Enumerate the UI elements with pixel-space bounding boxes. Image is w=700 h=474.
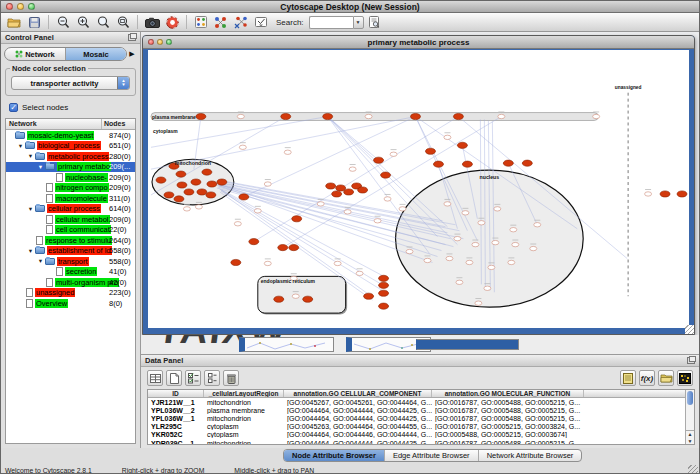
gene-node[interactable] xyxy=(444,202,451,206)
expand-arrow-icon[interactable]: ▼ xyxy=(26,206,35,212)
zoom-out-icon[interactable] xyxy=(54,14,72,30)
gene-node-selected-function[interactable] xyxy=(462,161,472,167)
table-row[interactable]: YPL036W__1mitochondrion[GO:0044464, GO:0… xyxy=(148,414,694,422)
gene-node[interactable] xyxy=(284,150,291,154)
select-attributes-icon[interactable] xyxy=(185,370,201,386)
gene-node[interactable] xyxy=(488,265,495,269)
gene-node-selected-function[interactable] xyxy=(379,282,389,288)
gene-node-selected-function[interactable] xyxy=(239,194,249,200)
expand-arrow-icon[interactable]: ▼ xyxy=(26,153,35,159)
import-attributes-icon[interactable] xyxy=(658,370,674,386)
gene-node-selected-function[interactable] xyxy=(196,113,206,119)
table-row[interactable]: YKR052Ccytoplasm[GO:0044464, GO:0044446,… xyxy=(148,431,694,439)
window-resize-grip[interactable] xyxy=(688,465,698,474)
tree-row[interactable]: nucleobase-209(0) xyxy=(6,172,135,183)
gene-node-selected-function[interactable] xyxy=(323,113,333,119)
gene-node[interactable] xyxy=(254,209,261,213)
gene-node[interactable] xyxy=(475,301,482,305)
table-column-header[interactable]: ID xyxy=(148,390,204,397)
gene-node[interactable] xyxy=(462,211,469,215)
attribute-matrix-icon[interactable] xyxy=(677,370,693,386)
tree-row[interactable]: response to stimulu264(0) xyxy=(6,235,135,246)
expand-arrow-icon[interactable]: ▼ xyxy=(36,164,45,170)
gene-node-selected-function[interactable] xyxy=(332,191,342,197)
table-column-header[interactable]: _cellularLayoutRegion xyxy=(204,390,284,397)
gene-node-selected-function[interactable] xyxy=(281,113,291,119)
zoom-selected-region-icon[interactable] xyxy=(94,14,112,30)
gene-node[interactable] xyxy=(334,261,341,265)
gene-node[interactable] xyxy=(374,219,381,223)
gene-node[interactable] xyxy=(399,207,406,211)
gene-node-selected-function[interactable] xyxy=(660,191,670,197)
gene-node[interactable] xyxy=(344,210,351,214)
gene-node-selected-function[interactable] xyxy=(503,160,513,166)
gene-node-selected-function[interactable] xyxy=(379,303,389,309)
gene-node[interactable] xyxy=(494,207,501,211)
tree-row[interactable]: cell communicat22(0) xyxy=(6,225,135,236)
network-view-titlebar[interactable]: primary metabolic process xyxy=(143,36,694,49)
select-nodes-checkbox[interactable]: ✓ xyxy=(9,103,18,112)
attribute-table-icon[interactable] xyxy=(147,370,163,386)
gene-node-selected-function[interactable] xyxy=(191,179,201,185)
gene-node-selected-function[interactable] xyxy=(303,296,313,302)
gene-node[interactable] xyxy=(484,286,491,290)
gene-node[interactable] xyxy=(349,167,356,171)
gene-node-selected-function[interactable] xyxy=(379,275,389,281)
advanced-search-icon[interactable] xyxy=(366,14,384,30)
tab-mosaic[interactable]: Mosaic xyxy=(66,48,126,60)
gene-node[interactable] xyxy=(466,260,473,264)
network-canvas[interactable]: plasma membranecytoplasmmitochondrionnuc… xyxy=(148,50,689,328)
gene-node-selected-function[interactable] xyxy=(207,181,217,187)
table-row[interactable]: YDR039C__1mitochondrion[GO:0044464, GO:0… xyxy=(148,439,694,445)
gene-node-selected-function[interactable] xyxy=(344,189,354,195)
gene-node-selected-function[interactable] xyxy=(381,172,391,178)
gene-node-selected-function[interactable] xyxy=(364,293,374,299)
open-session-icon[interactable] xyxy=(5,14,23,30)
tree-row[interactable]: ▼metabolic process280(0) xyxy=(6,151,135,162)
gene-node[interactable] xyxy=(384,197,391,201)
gene-node-selected-function[interactable] xyxy=(184,189,194,195)
expand-arrow-icon[interactable]: ▼ xyxy=(26,248,35,254)
minimized-network-window[interactable] xyxy=(416,339,519,350)
gene-node[interactable] xyxy=(510,228,517,232)
tree-column-nodes[interactable]: Nodes xyxy=(102,119,135,129)
tree-row[interactable]: secretion41(0) xyxy=(6,267,135,278)
gene-node[interactable] xyxy=(512,242,519,246)
gene-node-selected-function[interactable] xyxy=(292,216,302,222)
zoom-in-icon[interactable] xyxy=(74,14,92,30)
gene-node-selected-function[interactable] xyxy=(177,182,187,188)
table-row[interactable]: YLR295Ccytoplasm[GO:0045263, GO:0044464,… xyxy=(148,423,694,431)
float-panel-icon[interactable] xyxy=(128,34,136,41)
float-panel-icon[interactable] xyxy=(687,357,695,364)
gene-node[interactable] xyxy=(239,145,246,149)
table-column-header[interactable]: annotation.GO MOLECULAR_FUNCTION xyxy=(432,390,584,397)
tab-network[interactable]: Network xyxy=(5,48,66,60)
save-session-icon[interactable] xyxy=(25,14,43,30)
gene-node-selected-function[interactable] xyxy=(274,296,284,302)
gene-node-selected-function[interactable] xyxy=(249,239,259,245)
gene-node-selected-function[interactable] xyxy=(206,192,216,198)
plasma-membrane-region[interactable] xyxy=(151,113,598,121)
tab-edge-attribute-browser[interactable]: Edge Attribute Browser xyxy=(385,450,479,461)
gene-node[interactable] xyxy=(446,256,453,260)
gene-node[interactable] xyxy=(444,135,451,139)
gene-node[interactable] xyxy=(237,114,244,118)
gene-node-selected-function[interactable] xyxy=(457,142,467,148)
gene-node-selected-function[interactable] xyxy=(176,171,186,177)
tree-row[interactable]: ▼establishment of lo558(0) xyxy=(6,246,135,257)
more-tabs-arrow-icon[interactable]: ▶ xyxy=(127,50,137,58)
gene-node-selected-function[interactable] xyxy=(217,179,227,185)
gene-node[interactable] xyxy=(264,261,271,265)
gene-node-selected-function[interactable] xyxy=(379,290,389,296)
tree-row[interactable]: ▼transport558(0) xyxy=(6,256,135,267)
table-column-header[interactable]: annotation.GO CELLULAR_COMPONENT xyxy=(284,390,432,397)
gene-node[interactable] xyxy=(234,222,241,226)
gene-node-selected-function[interactable] xyxy=(522,160,532,166)
tree-row[interactable]: multi-organism pro42(0) xyxy=(6,277,135,288)
table-row[interactable]: YJR121W__1mitochondrion[GO:0045267, GO:0… xyxy=(148,398,694,406)
help-icon[interactable] xyxy=(163,14,181,30)
gene-node-selected-function[interactable] xyxy=(174,196,184,202)
tab-network-attribute-browser[interactable]: Network Attribute Browser xyxy=(479,450,582,461)
unselect-attributes-icon[interactable] xyxy=(204,370,220,386)
gene-node-selected-function[interactable] xyxy=(433,161,443,167)
